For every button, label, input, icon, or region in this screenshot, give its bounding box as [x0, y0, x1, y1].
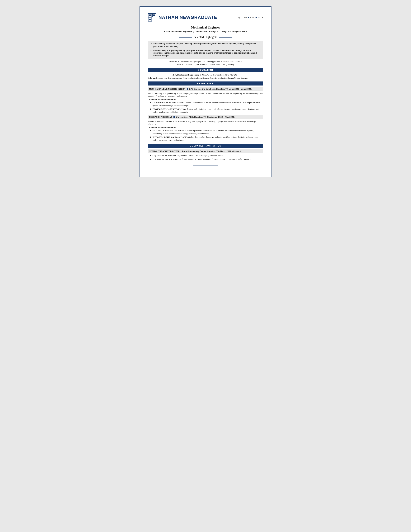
highlight-item-1: ✓ Successfully completed projects involv… [150, 42, 261, 48]
accomplishment-2-1: THERMAL SYSTEM ANALYSIS: Conducted exper… [150, 129, 263, 135]
volunteer-item-1: Organized and led workshops to promote S… [150, 154, 263, 157]
separator-icon-1 [248, 17, 249, 18]
checkmark-icon-1: ✓ [150, 42, 152, 46]
volunteer-org-1: Local Community Center, Houston, TX (Mar… [182, 150, 241, 152]
bullet-icon-2-1 [150, 130, 151, 131]
accomplishment-text-1-2: PROJECT COLLABORATION: Worked with a mul… [153, 108, 263, 114]
accomplishment-text-2-2: DATA COLLECTION AND ANALYSIS: Gathered a… [153, 136, 263, 142]
accomplishment-heading-1-1: CAD DESIGN AND SIMULATION: [153, 102, 184, 104]
volunteer-bullet-2 [150, 159, 151, 160]
volunteer-item-2: Developed interactive activities and dem… [150, 158, 263, 161]
svg-rect-1 [149, 14, 151, 16]
resume-page: NATHAN NEWGRADUATE City, ST Zip email ph… [140, 6, 271, 177]
accomplishment-heading-1-2: PROJECT COLLABORATION: [153, 108, 181, 110]
footer-divider [193, 166, 218, 166]
header-divider [148, 23, 263, 23]
job-title-2: RESEARCH ASSISTANT [149, 116, 172, 118]
highlights-line-right [219, 37, 232, 38]
job-header-2: RESEARCH ASSISTANT University of ABC, Ho… [148, 115, 263, 119]
coursework-text: Thermodynamics, Fluid Mechanics, Finite … [168, 77, 248, 79]
header: NATHAN NEWGRADUATE City, ST Zip email ph… [148, 13, 263, 22]
contact-email: email [250, 16, 255, 19]
skills-line-1: Teamwork & Collaborative Projects | Prob… [148, 60, 263, 63]
coursework-label: Relevant Coursework: [148, 77, 167, 79]
volunteer-section-header: VOLUNTEER ACTIVITIES [148, 144, 263, 148]
volunteer-text-2: Developed interactive activities and dem… [153, 158, 251, 161]
degree-details: , GPA: 3.75/4.0, University of ABC, May … [199, 74, 238, 76]
job-description-2: Worked as a research assistant in the Me… [148, 120, 263, 126]
volunteer-text-1: Organized and led workshops to promote S… [153, 154, 223, 157]
job-description-1: At this consulting firm specializing in … [148, 92, 263, 98]
education-degree: B.S., Mechanical Engineering, GPA: 3.75/… [148, 74, 263, 76]
square-icon-1 [187, 88, 188, 90]
separator-icon-2 [256, 17, 257, 18]
job-title: Mechanical Engineer [148, 26, 263, 29]
volunteer-bullet-1 [150, 155, 151, 156]
job-company-1: XYZ Engineering Solutions, Houston, TX (… [189, 88, 252, 90]
accomplishment-1-2: PROJECT COLLABORATION: Worked with a mul… [150, 108, 263, 114]
highlight-text-1: Successfully completed projects involvin… [153, 42, 261, 48]
volunteer-header-1: STEM OUTREACH VOLUNTEER Local Community … [148, 149, 263, 153]
checkmark-icon-2: ✓ [150, 49, 152, 52]
square-icon-2 [173, 116, 175, 118]
accomplishment-text-1-1: CAD DESIGN AND SIMULATION: Utilized CAD … [153, 101, 263, 107]
svg-rect-5 [149, 19, 151, 20]
accomplishment-2-2: DATA COLLECTION AND ANALYSIS: Gathered a… [150, 136, 263, 142]
logo-icon [148, 13, 156, 22]
header-left: NATHAN NEWGRADUATE [148, 13, 217, 22]
job-title-1: MECHANICAL ENGINEERING INTERN [149, 88, 185, 90]
highlights-label: Selected Highlights [194, 35, 217, 39]
skills-line-2: AutoCAD, SolidWorks, and MATLAB | Python… [148, 63, 263, 66]
accomplishments-label-2: Selected Accomplishments: [149, 127, 263, 129]
highlight-item-2: ✓ Proven ability to apply engineering pr… [150, 49, 261, 57]
accomplishments-label-1: Selected Accomplishments: [149, 99, 263, 101]
highlights-block: ✓ Successfully completed projects involv… [148, 41, 263, 59]
education-coursework: Relevant Coursework: Thermodynamics, Flu… [148, 77, 263, 79]
job-company-2: University of ABC, Houston, TX (Septembe… [176, 116, 235, 118]
highlight-text-2: Proven ability to apply engineering prin… [153, 49, 261, 57]
bullet-icon-1-1 [150, 102, 151, 103]
bullet-icon-2-2 [150, 137, 151, 138]
highlights-line-left [179, 37, 192, 38]
degree-bold: B.S., Mechanical Engineering [173, 74, 199, 76]
accomplishment-text-2-1: THERMAL SYSTEM ANALYSIS: Conducted exper… [153, 129, 263, 135]
svg-rect-3 [153, 14, 155, 16]
education-section-header: EDUCATION [148, 68, 263, 72]
accomplishment-heading-2-1: THERMAL SYSTEM ANALYSIS: [153, 130, 183, 132]
accomplishment-1-1: CAD DESIGN AND SIMULATION: Utilized CAD … [150, 101, 263, 107]
volunteer-title-1: STEM OUTREACH VOLUNTEER [149, 150, 180, 152]
candidate-name: NATHAN NEWGRADUATE [159, 15, 217, 20]
highlights-section-header: Selected Highlights [148, 35, 263, 39]
contact-phone: phone [258, 16, 263, 19]
contact-city: City, ST Zip [237, 16, 247, 19]
experience-section-header: EXPERIENCE [148, 81, 263, 86]
contact-info: City, ST Zip email phone [237, 16, 263, 19]
job-header-1: MECHANICAL ENGINEERING INTERN XYZ Engine… [148, 87, 263, 91]
bullet-icon-1-2 [150, 109, 151, 110]
tagline: Recent Mechanical Engineering Graduate w… [148, 30, 263, 33]
accomplishment-heading-2-2: DATA COLLECTION AND ANALYSIS: [153, 136, 188, 138]
